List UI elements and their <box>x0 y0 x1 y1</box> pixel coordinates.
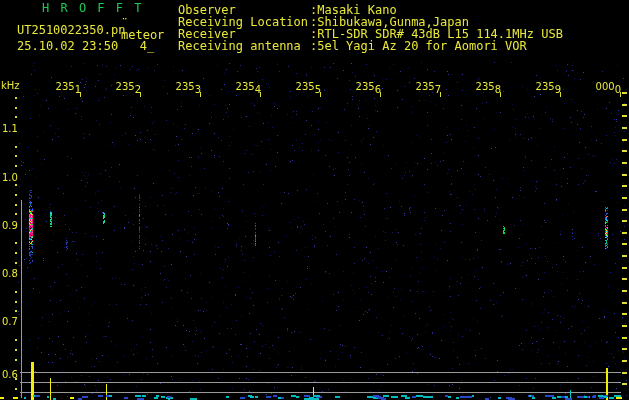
header-fields: Observer:Masaki KanoReceiving Location:S… <box>0 0 629 60</box>
time-tick-label: 0000 <box>593 82 621 92</box>
time-tick-label: 2356 <box>353 82 381 92</box>
time-tick-label: 2351 <box>53 82 81 92</box>
freq-axis-unit-label: kHz <box>1 81 20 91</box>
time-tick-label: 2358 <box>473 82 501 92</box>
field-value: :5el Yagi Az 20 for Aomori VOR <box>310 40 527 52</box>
time-tick-label: 2353 <box>173 82 201 92</box>
time-tick-label: 2359 <box>533 82 561 92</box>
freq-tick-label: 0.7 <box>2 317 18 327</box>
freq-tick-label: 1.0 <box>2 173 18 183</box>
spectrogram-canvas <box>0 0 629 400</box>
time-tick-label: 2352 <box>113 82 141 92</box>
freq-tick-label: 0.6 <box>2 370 18 380</box>
field-label: Receiving antenna <box>178 40 301 52</box>
freq-tick-label: 0.9 <box>2 221 18 231</box>
time-tick-label: 2357 <box>413 82 441 92</box>
header-field-row: Receiving antenna:5el Yagi Az 20 for Aom… <box>0 40 629 52</box>
time-tick-label: 2354 <box>233 82 261 92</box>
freq-tick-label: 0.8 <box>2 269 18 279</box>
time-tick-label: 2355 <box>293 82 321 92</box>
freq-tick-label: 1.1 <box>2 124 18 134</box>
hrofft-screen: H R O F F T UT2510022350.pn ¨ meteor 25.… <box>0 0 629 400</box>
